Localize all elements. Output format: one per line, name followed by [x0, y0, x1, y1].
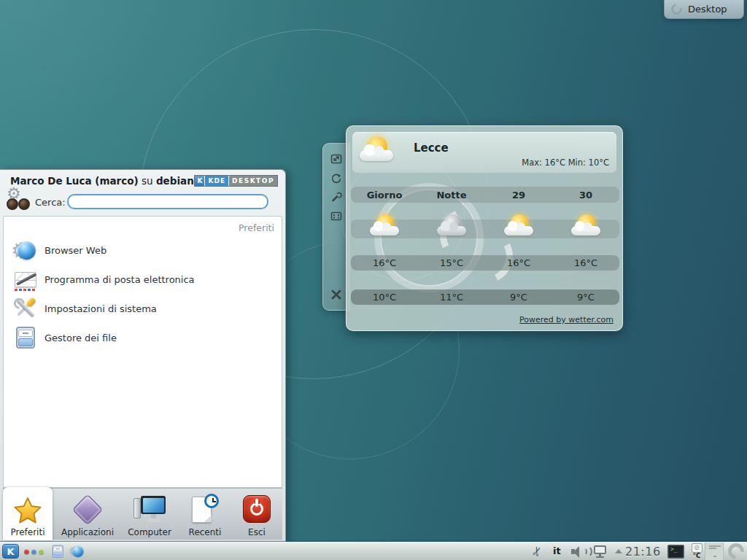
day-temp: 16°C — [552, 257, 619, 268]
digital-clock[interactable]: 21:16 — [625, 545, 661, 559]
day-temp: 16°C — [485, 257, 552, 268]
weather-max-min: Max: 16°C Min: 10°C — [522, 158, 609, 168]
search-label: Cerca: — [35, 197, 66, 208]
close-icon[interactable] — [330, 288, 343, 301]
configure-wrench-icon[interactable] — [330, 190, 343, 203]
power-logout-icon — [240, 494, 274, 526]
kickoff-launcher: Marco De Luca (marco) su debian K KDE DE… — [0, 169, 286, 542]
applications-diamond-icon — [71, 494, 104, 526]
pager-dot-green-icon[interactable] — [39, 549, 44, 554]
weather-header: Lecce Max: 16°C Min: 10°C — [352, 132, 616, 173]
klipper-scissors-icon[interactable]: ✂ — [528, 544, 546, 559]
desktop-toolbox[interactable]: Desktop — [664, 0, 744, 19]
user-name: Marco De Luca (marco) — [10, 175, 139, 187]
menu-item-label: Impostazioni di sistema — [44, 303, 157, 314]
tab-computer[interactable]: Computer — [121, 489, 178, 540]
tab-esci[interactable]: Esci — [232, 489, 282, 540]
file-manager-cabinet-icon — [14, 326, 37, 349]
kickoff-tab-bar: Preferiti Applicazioni Computer Recenti … — [3, 488, 282, 540]
search-input[interactable] — [67, 194, 268, 209]
weather-icon-row — [351, 219, 619, 238]
menu-item-label: Programma di posta elettronica — [44, 274, 195, 285]
panel-cashew-icon[interactable] — [725, 540, 747, 560]
sun-cloud-icon — [502, 214, 535, 241]
menu-item-label: Browser Web — [44, 245, 107, 256]
star-icon — [11, 494, 44, 526]
tab-recenti[interactable]: Recenti — [179, 489, 231, 540]
plasma-cashew-icon — [669, 1, 684, 17]
keyboard-layout-indicator[interactable]: it — [553, 545, 561, 556]
sun-cloud-icon — [368, 214, 401, 241]
menu-item-file-manager[interactable]: Gestore dei file — [4, 323, 282, 352]
maximize-icon[interactable] — [330, 209, 343, 222]
column-header: Notte — [418, 190, 485, 201]
sun-cloud-icon — [569, 214, 603, 241]
tab-preferiti[interactable]: Preferiti — [3, 487, 53, 540]
weather-credit-link[interactable]: Powered by wetter.com — [519, 315, 614, 324]
sun-cloud-icon — [357, 136, 396, 168]
panel-widget[interactable] — [705, 542, 724, 560]
desktop-badge-label: DESKTOP — [229, 176, 277, 186]
kde-menu-button[interactable]: K — [2, 544, 19, 559]
menu-item-system-settings[interactable]: Impostazioni di sistema — [4, 294, 282, 323]
weather-tray-label: °C — [689, 553, 705, 559]
network-monitor-icon[interactable] — [593, 545, 608, 558]
weather-tray-icon[interactable]: ⊘ °C — [689, 543, 705, 560]
column-header: 29 — [485, 190, 552, 201]
volume-speaker-icon[interactable] — [571, 545, 590, 558]
hostname: debian — [156, 175, 194, 187]
menu-item-label: Gestore dei file — [44, 332, 117, 343]
night-temp: 9°C — [485, 292, 552, 303]
day-temp: 15°C — [418, 257, 485, 268]
kde-logo-icon: K — [7, 546, 14, 557]
kickoff-favorites-view: Preferiti ⚙ Browser Web Programma di pos… — [3, 216, 282, 488]
web-browser-globe-icon: ⚙ — [14, 238, 37, 262]
menu-item-browser-web[interactable]: ⚙ Browser Web — [4, 236, 282, 265]
resize-icon[interactable] — [330, 152, 343, 166]
terminal-konsole-icon[interactable]: >_ — [667, 545, 684, 559]
column-header: Giorno — [351, 190, 418, 201]
tab-label: Recenti — [189, 527, 222, 537]
recent-documents-clock-icon — [188, 494, 222, 526]
search-binoculars-icon: ⚙ — [5, 189, 33, 215]
weather-day-temps: 16°C 15°C 16°C 16°C — [351, 255, 619, 271]
kickoff-user-title: Marco De Luca (marco) su debian — [10, 175, 194, 187]
web-browser-launcher-icon[interactable]: ⚙ — [70, 544, 85, 559]
kde-badge-label: KDE — [205, 176, 229, 186]
pager-dot-red-icon[interactable] — [24, 549, 29, 554]
taskbar-panel: K ⚙ ✂ it 21:16 >_ ⊘ °C — [0, 542, 747, 560]
tab-label: Applicazioni — [61, 527, 114, 537]
night-temp: 11°C — [418, 292, 485, 303]
email-envelope-icon — [14, 268, 37, 291]
night-temp: 10°C — [351, 292, 418, 303]
menu-item-email[interactable]: Programma di posta elettronica — [4, 265, 282, 294]
day-temp: 16°C — [351, 257, 418, 268]
computer-monitor-icon — [133, 494, 166, 526]
weather-city: Lecce — [414, 141, 449, 155]
tab-label: Preferiti — [11, 527, 45, 537]
pager-dot-blue-icon[interactable] — [31, 549, 36, 554]
tab-label: Computer — [128, 527, 171, 537]
system-settings-tools-icon — [14, 297, 37, 320]
weather-widget[interactable]: Lecce Max: 16°C Min: 10°C Giorno Notte 2… — [346, 125, 623, 331]
systray-expander-arrow-icon[interactable] — [615, 549, 622, 553]
night-temp: 9°C — [552, 292, 619, 303]
column-header: 30 — [552, 190, 619, 201]
title-connector: su — [139, 175, 156, 187]
tab-applicazioni[interactable]: Applicazioni — [55, 489, 120, 540]
section-header: Preferiti — [239, 222, 274, 233]
weather-night-temps: 10°C 11°C 9°C 9°C — [351, 289, 619, 305]
tab-label: Esci — [248, 527, 266, 537]
rotate-icon[interactable] — [330, 172, 343, 185]
kde-logo-icon: K — [195, 176, 205, 186]
kde-desktop-badge: K KDE DESKTOP — [194, 175, 278, 187]
weather-column-headers: Giorno Notte 29 30 — [351, 187, 619, 203]
moon-cloud-icon — [435, 214, 468, 241]
desktop-toolbox-label: Desktop — [688, 4, 727, 15]
wallpaper-sheen — [0, 0, 306, 190]
